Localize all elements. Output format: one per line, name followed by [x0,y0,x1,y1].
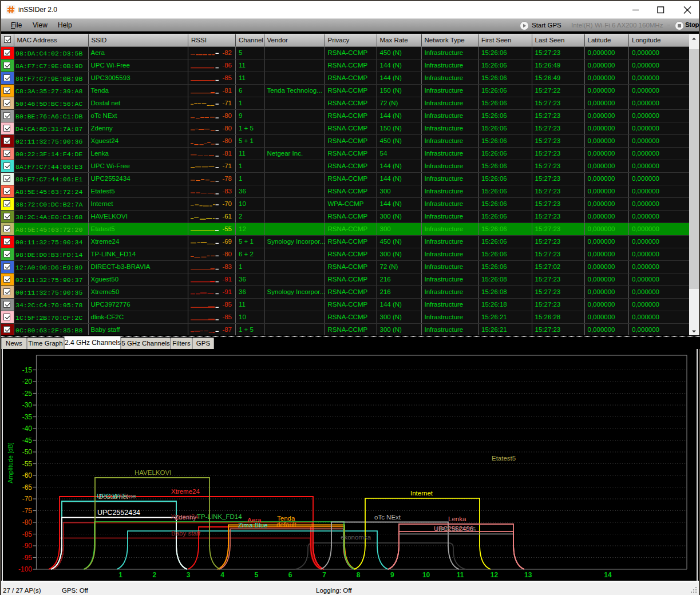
svg-text:-95: -95 [22,554,33,562]
svg-text:1: 1 [118,571,122,579]
svg-text:-15: -15 [22,366,33,374]
svg-text:11: 11 [457,571,464,579]
svg-text:-25: -25 [22,390,33,398]
svg-text:TP-LINK_FD14: TP-LINK_FD14 [197,513,242,520]
svg-text:4: 4 [220,571,224,579]
svg-text:Lenka: Lenka [448,515,466,522]
svg-text:8: 8 [357,571,361,579]
svg-text:7: 7 [322,571,326,579]
svg-text:14: 14 [604,571,612,579]
svg-text:13: 13 [524,571,532,579]
svg-text:5: 5 [255,571,259,579]
svg-text:Baby staff: Baby staff [171,530,201,537]
svg-text:-55: -55 [22,460,33,468]
svg-text:-35: -35 [22,413,33,421]
svg-text:2: 2 [153,571,157,579]
svg-text:-50: -50 [22,448,33,456]
svg-text:UPC2552434: UPC2552434 [97,509,140,517]
svg-text:default: default [276,521,296,528]
svg-text:Xtreme24: Xtreme24 [171,488,200,495]
svg-text:-30: -30 [22,401,33,409]
svg-text:Zima Blue: Zima Blue [238,522,268,529]
svg-text:3: 3 [187,571,191,579]
svg-text:-75: -75 [22,507,33,515]
svg-text:-85: -85 [22,530,33,538]
svg-text:-100: -100 [18,565,32,573]
svg-text:HAVELKOVI: HAVELKOVI [135,469,171,476]
svg-text:ekonomka: ekonomka [341,534,371,541]
svg-text:Amplitude [dB]: Amplitude [dB] [7,442,14,483]
svg-text:-20: -20 [22,378,33,386]
svg-text:6: 6 [288,571,292,579]
svg-text:Fotec: Fotec [119,493,136,499]
svg-text:Zdenny: Zdenny [175,514,197,521]
svg-text:-45: -45 [22,437,33,445]
svg-text:-65: -65 [22,483,33,491]
svg-text:-40: -40 [22,425,33,433]
svg-text:UPC3972776: UPC3972776 [436,526,476,533]
svg-text:Etatest5: Etatest5 [492,455,516,462]
svg-text:-80: -80 [22,518,33,526]
svg-text:oTc NExt: oTc NExt [374,514,401,521]
svg-text:10: 10 [422,571,430,579]
svg-text:12: 12 [491,571,499,579]
svg-text:-70: -70 [22,495,33,503]
svg-text:Internet: Internet [410,490,433,497]
svg-text:9: 9 [390,571,394,579]
svg-text:-90: -90 [22,542,33,550]
svg-text:-60: -60 [22,471,33,479]
